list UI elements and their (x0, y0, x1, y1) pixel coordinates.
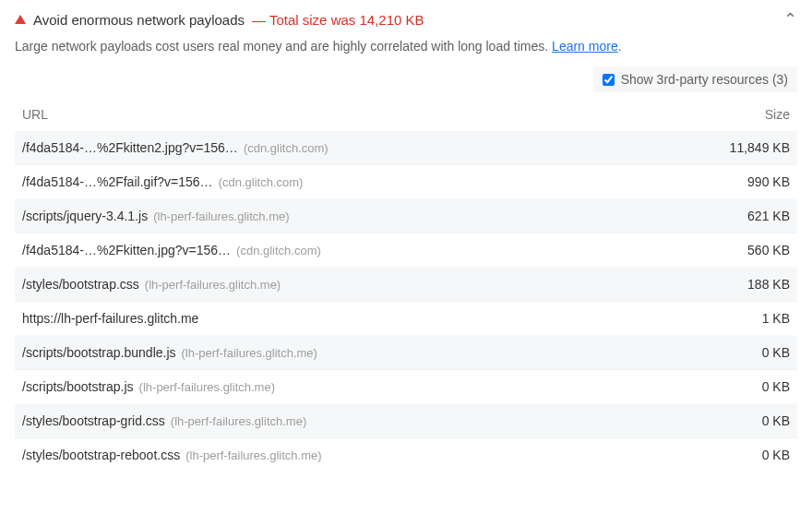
row-size: 1 KB (670, 311, 790, 326)
audit-metric-value: Total size was 14,210 KB (269, 12, 424, 28)
row-url-cell: /styles/bootstrap-reboot.css(lh-perf-fai… (22, 448, 670, 462)
thirdparty-toggle[interactable]: Show 3rd-party resources (3) (593, 66, 797, 92)
table-row: /scripts/bootstrap.js(lh-perf-failures.g… (15, 370, 797, 404)
thirdparty-label: Show 3rd-party resources (3) (621, 72, 788, 87)
audit-description: Large network payloads cost users real m… (15, 39, 797, 66)
row-origin: (lh-perf-failures.glitch.me) (185, 448, 321, 462)
row-size: 0 KB (670, 413, 790, 428)
row-url[interactable]: /styles/bootstrap-grid.css (22, 413, 165, 428)
learn-more-link[interactable]: Learn more (552, 39, 618, 54)
audit-header[interactable]: Avoid enormous network payloads — Total … (15, 11, 797, 39)
row-origin: (lh-perf-failures.glitch.me) (153, 209, 289, 223)
row-size: 990 KB (670, 174, 790, 189)
audit-title: Avoid enormous network payloads (33, 12, 245, 28)
table-row: /f4da5184-…%2Fkitten2.jpg?v=156…(cdn.gli… (15, 131, 797, 165)
table-row: /scripts/jquery-3.4.1.js(lh-perf-failure… (15, 199, 797, 233)
row-size: 0 KB (670, 448, 790, 462)
row-url[interactable]: /f4da5184-…%2Ffail.gif?v=156… (22, 174, 213, 189)
row-origin: (lh-perf-failures.glitch.me) (171, 414, 306, 428)
row-url-cell: https://lh-perf-failures.glitch.me (22, 311, 670, 326)
table-header: URL Size (15, 102, 797, 131)
column-url: URL (22, 107, 670, 122)
row-size: 0 KB (670, 379, 790, 394)
row-origin: (lh-perf-failures.glitch.me) (145, 278, 281, 292)
row-url[interactable]: /f4da5184-…%2Fkitten.jpg?v=156… (22, 243, 231, 257)
column-size: Size (670, 107, 790, 122)
row-origin: (cdn.glitch.com) (244, 141, 328, 155)
row-origin: (cdn.glitch.com) (236, 244, 321, 257)
row-url[interactable]: /scripts/jquery-3.4.1.js (22, 209, 148, 223)
payload-table: URL Size /f4da5184-…%2Fkitten2.jpg?v=156… (15, 102, 797, 472)
table-row: /styles/bootstrap.css(lh-perf-failures.g… (15, 268, 797, 302)
row-url-cell: /scripts/bootstrap.bundle.js(lh-perf-fai… (22, 345, 670, 360)
row-url-cell: /scripts/jquery-3.4.1.js(lh-perf-failure… (22, 209, 670, 223)
table-body: /f4da5184-…%2Fkitten2.jpg?v=156…(cdn.gli… (15, 131, 797, 472)
table-row: /styles/bootstrap-reboot.css(lh-perf-fai… (15, 438, 797, 472)
row-size: 188 KB (670, 277, 790, 292)
table-row: /f4da5184-…%2Fkitten.jpg?v=156…(cdn.glit… (15, 233, 797, 268)
row-url-cell: /styles/bootstrap-grid.css(lh-perf-failu… (22, 413, 670, 428)
row-size: 0 KB (670, 345, 790, 360)
row-url-cell: /styles/bootstrap.css(lh-perf-failures.g… (22, 277, 670, 292)
table-row: /styles/bootstrap-grid.css(lh-perf-failu… (15, 404, 797, 438)
row-url[interactable]: /f4da5184-…%2Fkitten2.jpg?v=156… (22, 140, 238, 155)
description-period: . (618, 39, 622, 54)
row-origin: (lh-perf-failures.glitch.me) (182, 346, 317, 360)
thirdparty-row: Show 3rd-party resources (3) (15, 66, 797, 102)
row-origin: (lh-perf-failures.glitch.me) (139, 380, 275, 394)
row-size: 621 KB (670, 209, 790, 223)
description-text: Large network payloads cost users real m… (15, 39, 552, 54)
row-url[interactable]: /scripts/bootstrap.bundle.js (22, 345, 176, 360)
row-size: 560 KB (670, 243, 790, 257)
warning-triangle-icon (15, 15, 26, 24)
table-row: /scripts/bootstrap.bundle.js(lh-perf-fai… (15, 336, 797, 370)
row-url[interactable]: /styles/bootstrap-reboot.css (22, 448, 180, 462)
row-url-cell: /scripts/bootstrap.js(lh-perf-failures.g… (22, 379, 670, 394)
row-url-cell: /f4da5184-…%2Ffail.gif?v=156…(cdn.glitch… (22, 174, 670, 189)
audit-metric: — Total size was 14,210 KB (252, 12, 424, 28)
row-size: 11,849 KB (670, 140, 790, 155)
table-row: /f4da5184-…%2Ffail.gif?v=156…(cdn.glitch… (15, 165, 797, 199)
row-url-cell: /f4da5184-…%2Fkitten2.jpg?v=156…(cdn.gli… (22, 140, 670, 155)
row-url[interactable]: /styles/bootstrap.css (22, 277, 139, 292)
row-url[interactable]: /scripts/bootstrap.js (22, 379, 134, 394)
row-origin: (cdn.glitch.com) (219, 175, 304, 189)
audit-metric-prefix: — (252, 12, 269, 28)
thirdparty-checkbox[interactable] (603, 74, 615, 86)
row-url-cell: /f4da5184-…%2Fkitten.jpg?v=156…(cdn.glit… (22, 243, 670, 257)
row-url[interactable]: https://lh-perf-failures.glitch.me (22, 311, 198, 326)
chevron-up-icon[interactable]: ⌃ (783, 11, 797, 28)
table-row: https://lh-perf-failures.glitch.me1 KB (15, 302, 797, 336)
